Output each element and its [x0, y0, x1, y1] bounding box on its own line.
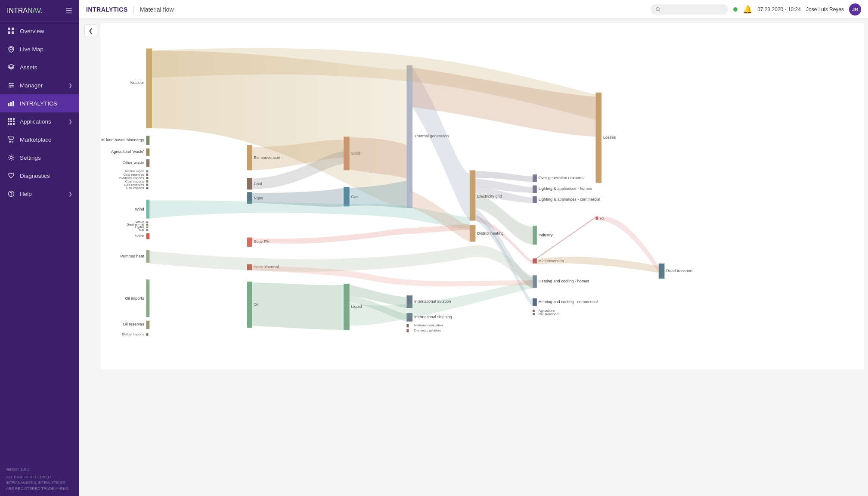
node-overgen: [533, 174, 537, 182]
sidebar: INTRANAV. ☰ Overview Live Map Assets: [0, 0, 79, 496]
node-hydro: [146, 226, 149, 228]
sidebar-item-label-help: Help: [20, 191, 64, 197]
chevron-down-icon: ❯: [68, 83, 72, 88]
svg-rect-0: [8, 28, 10, 30]
map-icon: [7, 45, 16, 53]
label-industry: Industry: [539, 233, 553, 237]
hamburger-icon[interactable]: ☰: [65, 6, 72, 16]
sidebar-item-intralytics[interactable]: INTRALYTICS: [0, 94, 79, 112]
node-coalres: [146, 174, 149, 176]
search-box[interactable]: [651, 4, 728, 15]
flow-solartherm-heathome: [252, 265, 533, 287]
label-railtrans: Rail transport: [539, 312, 559, 316]
label-ukbio: UK land based bioenergy: [101, 138, 144, 142]
label-domav: Domestic aviation: [414, 329, 441, 332]
svg-rect-19: [13, 121, 15, 122]
sidebar-item-label-settings: Settings: [20, 155, 72, 161]
header-separator: |: [133, 6, 135, 13]
rights-label: ALL RIGHTS RESERVED. INTRANAV.IO® & INTR…: [6, 474, 73, 492]
node-heathome: [533, 275, 537, 288]
layers-icon: [7, 63, 16, 71]
sidebar-item-help[interactable]: Help ❯: [0, 185, 79, 203]
svg-rect-14: [8, 118, 9, 120]
chart-icon: [7, 99, 16, 108]
node-losses: [595, 93, 601, 183]
node-oil: [247, 282, 252, 328]
node-solarpv: [247, 238, 252, 247]
sidebar-item-live-map[interactable]: Live Map: [0, 40, 79, 58]
node-roadtrans: [659, 264, 665, 279]
label-oilimp: Oil imports: [125, 296, 144, 301]
node-oilres: [146, 321, 150, 329]
node-elecgrid: [470, 170, 476, 220]
sidebar-item-applications[interactable]: Applications ❯: [0, 112, 79, 130]
version-label: version: 1.0.3: [6, 467, 73, 473]
flow-oil-liquid: [252, 282, 344, 330]
svg-rect-13: [12, 101, 14, 106]
status-indicator: [733, 7, 738, 12]
node-marine: [146, 170, 149, 172]
gear-icon: [7, 153, 16, 162]
sidebar-item-manager[interactable]: Manager ❯: [0, 76, 79, 94]
sidebar-item-label-diagnostics: Diagnostics: [20, 173, 72, 179]
svg-rect-18: [10, 121, 12, 122]
label-pumped: Pumped heat: [121, 254, 144, 258]
label-biofuel: Biofuel imports: [122, 332, 144, 336]
sidebar-item-settings[interactable]: Settings: [0, 149, 79, 167]
node-oilimp: [146, 279, 150, 317]
node-lightcomm: [533, 196, 537, 203]
sidebar-item-assets[interactable]: Assets: [0, 58, 79, 76]
svg-point-23: [9, 141, 11, 143]
node-gas: [344, 187, 350, 206]
sidebar-item-marketplace[interactable]: Marketplace: [0, 130, 79, 149]
label-heathome: Heating and cooling - homes: [539, 279, 589, 283]
svg-line-30: [659, 10, 660, 11]
sidebar-item-overview[interactable]: Overview: [0, 22, 79, 40]
svg-rect-2: [8, 31, 10, 34]
chevron-down-icon-help: ❯: [68, 191, 72, 197]
node-pumped: [146, 250, 150, 263]
node-agwaste: [146, 149, 150, 156]
node-thermal: [406, 65, 412, 208]
user-avatar[interactable]: JR: [849, 3, 861, 16]
sidebar-item-label-overview: Overview: [20, 28, 72, 34]
content-area: ❮: [79, 19, 868, 496]
sidebar-item-diagnostics[interactable]: Diagnostics: [0, 167, 79, 185]
node-bioconv: [247, 145, 252, 170]
sankey-svg: Nuclear UK land based bioenergy Agricult…: [101, 23, 864, 368]
svg-point-24: [12, 141, 13, 143]
header: INTRALYTICS | Material flow 🔔 07.23.2020…: [79, 0, 868, 19]
label-otherwaste: Other waste: [123, 161, 144, 165]
svg-rect-15: [10, 118, 12, 120]
label-heatcomm: Heating and cooling - commercial: [539, 300, 598, 304]
node-otherwaste: [146, 159, 150, 167]
label-tidal: Tidal: [137, 228, 144, 232]
sidebar-item-label-live-map: Live Map: [20, 46, 72, 53]
svg-rect-3: [12, 31, 14, 34]
label-gasimp: Gas imports: [126, 186, 144, 190]
svg-rect-16: [13, 118, 15, 120]
svg-point-9: [12, 85, 13, 86]
sankey-diagram: Nuclear UK land based bioenergy Agricult…: [101, 23, 864, 369]
search-input[interactable]: [663, 6, 723, 12]
node-nuclear: [146, 49, 152, 128]
back-button[interactable]: ❮: [84, 24, 97, 37]
svg-rect-17: [8, 121, 9, 122]
label-lighthome: Lighting & appliances - homes: [539, 186, 592, 191]
question-icon: [7, 189, 16, 198]
svg-rect-11: [8, 103, 9, 106]
node-coalimp: [146, 180, 149, 183]
label-lightcomm: Lighting & appliances - commercial: [539, 197, 600, 202]
sidebar-item-label-marketplace: Marketplace: [20, 136, 72, 143]
node-natnav: [406, 324, 409, 328]
bell-icon[interactable]: 🔔: [743, 5, 752, 14]
svg-rect-20: [8, 123, 9, 125]
grid-icon: [7, 27, 16, 35]
sidebar-logo: INTRANAV. ☰: [0, 0, 79, 22]
logo: INTRANAV.: [7, 7, 43, 15]
svg-rect-22: [13, 123, 15, 125]
node-wave: [146, 221, 149, 223]
node-bioimp: [146, 177, 149, 179]
sidebar-item-label-assets: Assets: [20, 64, 72, 71]
label-overgen: Over generation / exports: [539, 176, 584, 180]
